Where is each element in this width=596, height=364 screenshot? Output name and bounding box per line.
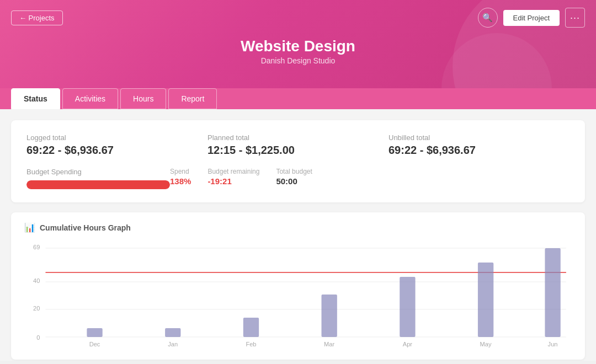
logged-value: 69:22 - $6,936.67 xyxy=(26,144,207,157)
chart-card: 📊 Cumulative Hours Graph 69 40 20 0 Dec … xyxy=(11,212,585,360)
svg-text:Feb: Feb xyxy=(246,341,256,347)
svg-text:Dec: Dec xyxy=(89,341,100,347)
budget-bar-wrap xyxy=(26,180,170,189)
tab-report[interactable]: Report xyxy=(168,88,217,109)
svg-text:40: 40 xyxy=(33,277,40,284)
svg-rect-17 xyxy=(400,277,415,337)
svg-rect-19 xyxy=(478,263,493,337)
remaining-value: -19:21 xyxy=(207,176,259,186)
chart-header: 📊 Cumulative Hours Graph xyxy=(24,222,572,233)
svg-text:May: May xyxy=(480,341,492,347)
total-label: Total budget xyxy=(276,168,312,175)
header: ← Projects 🔍 Edit Project ··· Website De… xyxy=(0,0,596,88)
tab-status[interactable]: Status xyxy=(11,88,60,109)
unbilled-value: 69:22 - $6,936.67 xyxy=(389,144,570,157)
budget-stats: Spend 138% Budget remaining -19:21 Total… xyxy=(170,168,312,186)
budget-remaining: Budget remaining -19:21 xyxy=(207,168,259,186)
svg-text:Jun: Jun xyxy=(548,341,558,347)
stat-unbilled: Unbilled total 69:22 - $6,936.67 xyxy=(389,133,570,157)
spend-label: Spend xyxy=(170,168,191,175)
chart-title: Cumulative Hours Graph xyxy=(40,223,131,232)
svg-rect-9 xyxy=(87,328,102,337)
svg-text:Jan: Jan xyxy=(168,341,178,347)
svg-rect-15 xyxy=(322,295,337,337)
spend-value: 138% xyxy=(170,176,191,186)
budget-bar-fill xyxy=(26,180,170,189)
budget-row: Budget Spending Spend 138% Budget remain… xyxy=(26,168,570,189)
total-value: 50:00 xyxy=(276,176,312,186)
back-button[interactable]: ← Projects xyxy=(11,10,63,25)
svg-text:0: 0 xyxy=(36,334,40,341)
stat-planned: Planned total 12:15 - $1,225.00 xyxy=(207,133,389,157)
chart-svg: 69 40 20 0 Dec Jan Feb Mar xyxy=(24,242,572,352)
svg-text:69: 69 xyxy=(33,244,40,250)
stats-row: Logged total 69:22 - $6,936.67 Planned t… xyxy=(26,133,570,157)
main-content: Logged total 69:22 - $6,936.67 Planned t… xyxy=(0,109,596,361)
planned-label: Planned total xyxy=(207,133,389,142)
tab-hours[interactable]: Hours xyxy=(120,88,166,109)
chart-icon: 📊 xyxy=(24,222,35,233)
svg-rect-21 xyxy=(545,248,560,337)
unbilled-label: Unbilled total xyxy=(389,133,570,142)
logged-label: Logged total xyxy=(26,133,207,142)
tabs-bar: Status Activities Hours Report xyxy=(0,88,596,109)
svg-text:Apr: Apr xyxy=(403,341,413,347)
planned-value: 12:15 - $1,225.00 xyxy=(207,144,389,157)
stats-card: Logged total 69:22 - $6,936.67 Planned t… xyxy=(11,120,585,202)
remaining-label: Budget remaining xyxy=(207,168,259,175)
budget-label: Budget Spending xyxy=(26,168,148,176)
tab-activities[interactable]: Activities xyxy=(62,88,118,109)
svg-text:20: 20 xyxy=(33,305,40,312)
budget-spend: Spend 138% xyxy=(170,168,191,186)
svg-rect-11 xyxy=(165,328,180,337)
svg-rect-13 xyxy=(243,318,259,337)
svg-text:Mar: Mar xyxy=(324,341,334,347)
stat-logged: Logged total 69:22 - $6,936.67 xyxy=(26,133,207,157)
budget-total: Total budget 50:00 xyxy=(276,168,312,186)
budget-label-col: Budget Spending xyxy=(26,168,148,189)
